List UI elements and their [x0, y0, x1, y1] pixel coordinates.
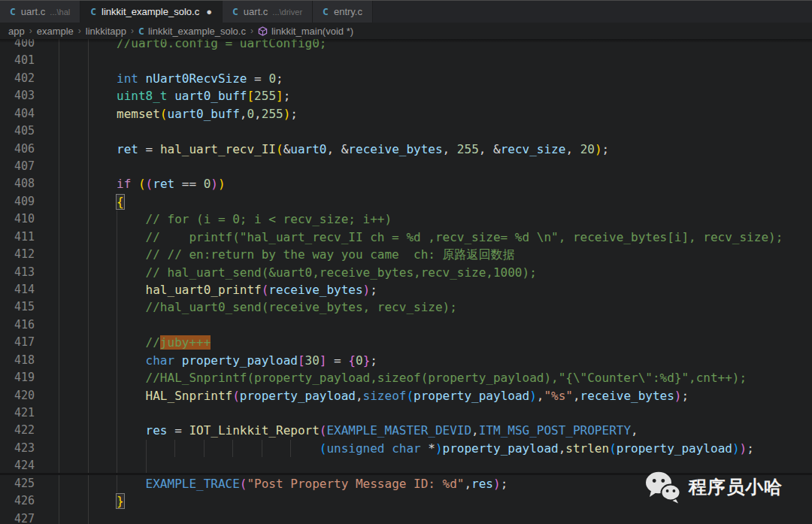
- line-number[interactable]: 405: [0, 123, 35, 140]
- token: ): [529, 389, 537, 403]
- line-number[interactable]: 410: [0, 211, 35, 228]
- token: char: [392, 441, 421, 456]
- breadcrumb-item-linkkit-example-solo-c[interactable]: Clinkkit_example_solo.c: [138, 26, 246, 37]
- code-text: char property_payload[30] = {0};: [146, 352, 377, 369]
- token: 0: [268, 71, 276, 86]
- breadcrumb-item-linkkitapp[interactable]: linkkitapp: [86, 26, 126, 37]
- code-line-413[interactable]: 413// hal_uart_send(&uart0,receive_bytes…: [0, 264, 812, 282]
- line-number[interactable]: 407: [0, 158, 35, 175]
- line-number[interactable]: 422: [0, 422, 35, 439]
- code-line-417[interactable]: 417//juby+++: [0, 334, 812, 352]
- line-number[interactable]: 401: [0, 52, 35, 69]
- line-number[interactable]: 412: [0, 246, 35, 263]
- code-line-406[interactable]: 406ret = hal_uart_recv_II(&uart0, &recei…: [0, 141, 812, 159]
- breadcrumb: app›example›linkkitapp›Clinkkit_example_…: [0, 23, 812, 39]
- tab-uart-c-hal[interactable]: Cuart.c...\hal: [0, 1, 80, 23]
- line-number[interactable]: 404: [0, 105, 35, 123]
- token: (: [160, 107, 168, 121]
- code-line-412[interactable]: 412// // en:return by the way you came c…: [0, 246, 812, 264]
- tab-uart-c-driver[interactable]: Cuart.c...\driver: [223, 1, 313, 23]
- line-number[interactable]: 413: [0, 264, 35, 281]
- line-number[interactable]: 408: [0, 175, 35, 192]
- token: strlen: [565, 441, 609, 456]
- token: hal_uart_recv_II: [160, 142, 276, 156]
- code-line-423[interactable]: 423(unsigned char *)property_payload,str…: [0, 440, 812, 458]
- line-number[interactable]: 406: [0, 141, 35, 158]
- line-number[interactable]: 402: [0, 70, 35, 87]
- modified-dot-icon[interactable]: ●: [206, 7, 212, 17]
- code-line-405[interactable]: 405: [0, 123, 812, 141]
- breadcrumb-label: linkkitapp: [86, 26, 126, 37]
- token: HAL_Snprintf: [146, 389, 233, 403]
- indent-guide: [117, 264, 117, 281]
- tab-label: uart.c: [244, 6, 268, 17]
- line-number[interactable]: 411: [0, 229, 35, 246]
- indent-guide: [88, 334, 89, 351]
- code-line-401[interactable]: 401: [0, 52, 812, 70]
- token: ;: [602, 142, 610, 156]
- token: ): [732, 441, 740, 456]
- code-line-414[interactable]: 414hal_uart0_printf(receive_bytes);: [0, 281, 812, 299]
- breadcrumb-item-linkkit-main-void[interactable]: linkkit_main(void *): [258, 26, 353, 37]
- indent-guide: [117, 317, 117, 334]
- line-number[interactable]: 400: [0, 39, 35, 52]
- line-number[interactable]: 423: [0, 440, 35, 457]
- code-text: //juby+++: [146, 334, 211, 351]
- indent-guide: [88, 105, 89, 123]
- token: [168, 89, 175, 103]
- code-line-402[interactable]: 402int nUart0RecvSize = 0;: [0, 70, 812, 88]
- indent-guide: [59, 264, 59, 281]
- line-number[interactable]: 409: [0, 193, 35, 211]
- code-line-416[interactable]: 416: [0, 317, 812, 335]
- code-line-427[interactable]: 427: [0, 510, 812, 524]
- indent-guide: [59, 334, 59, 351]
- token: (: [609, 441, 617, 456]
- token: receive_bytes: [580, 389, 674, 403]
- tab-linkkit-example-solo-c[interactable]: Clinkkit_example_solo.c●: [80, 1, 223, 23]
- code-line-408[interactable]: 408if ((ret == 0)): [0, 175, 812, 193]
- code-line-421[interactable]: 421: [0, 404, 812, 423]
- indent-guide: [59, 404, 59, 422]
- c-file-icon: C: [90, 6, 96, 17]
- line-number[interactable]: 419: [0, 369, 35, 386]
- code-line-407[interactable]: 407: [0, 158, 812, 176]
- code-line-415[interactable]: 415//hal_uart0_send(receive_bytes, recv_…: [0, 298, 812, 317]
- code-line-411[interactable]: 411// printf("hal_uart_recv_II ch = %d ,…: [0, 229, 812, 247]
- code-line-419[interactable]: 419//HAL_Snprintf(property_payload,sizeo…: [0, 369, 812, 387]
- code-line-403[interactable]: 403uint8_t uart0_buff[255];: [0, 87, 812, 105]
- code-line-420[interactable]: 420HAL_Snprintf(property_payload,sizeof(…: [0, 387, 812, 405]
- line-number[interactable]: 425: [0, 475, 35, 492]
- code-text: (unsigned char *)property_payload,strlen…: [320, 440, 754, 457]
- line-number[interactable]: 421: [0, 404, 35, 422]
- token: //HAL_Snprintf(property_payload,sizeof(p…: [146, 371, 747, 385]
- indent-guide: [117, 281, 117, 298]
- code-text: ret = hal_uart_recv_II(&uart0, &receive_…: [117, 141, 609, 158]
- line-number[interactable]: 403: [0, 87, 35, 104]
- breadcrumb-item-example[interactable]: example: [37, 26, 74, 37]
- indent-guide: [88, 123, 89, 140]
- line-number[interactable]: 427: [0, 510, 35, 524]
- code-line-422[interactable]: 422res = IOT_Linkkit_Report(EXAMPLE_MAST…: [0, 422, 812, 440]
- tab-entry-c[interactable]: Centry.c: [313, 1, 373, 23]
- indent-guide: [88, 211, 89, 228]
- token: res: [471, 477, 493, 491]
- code-line-404[interactable]: 404memset(uart0_buff,0,255);: [0, 105, 812, 123]
- line-number[interactable]: 420: [0, 387, 35, 404]
- code-editor[interactable]: 400//uart0.config = uartConfig0;401402in…: [0, 39, 812, 524]
- line-number[interactable]: 417: [0, 334, 35, 351]
- token: &: [493, 142, 501, 156]
- breadcrumb-item-app[interactable]: app: [8, 26, 25, 37]
- line-number[interactable]: 426: [0, 492, 35, 510]
- indent-guide: [88, 246, 89, 263]
- code-line-400[interactable]: 400//uart0.config = uartConfig0;: [0, 39, 812, 53]
- code-line-409[interactable]: 409{: [0, 193, 812, 211]
- line-number[interactable]: 414: [0, 281, 35, 298]
- code-line-410[interactable]: 410// for (i = 0; i < recv_size; i++): [0, 211, 812, 229]
- token: 255: [457, 142, 479, 156]
- line-number[interactable]: 415: [0, 298, 35, 316]
- code-line-418[interactable]: 418char property_payload[30] = {0};: [0, 352, 812, 370]
- line-number[interactable]: 416: [0, 317, 35, 334]
- indent-guide: [59, 298, 59, 316]
- indent-guide: [59, 422, 59, 439]
- line-number[interactable]: 418: [0, 352, 35, 369]
